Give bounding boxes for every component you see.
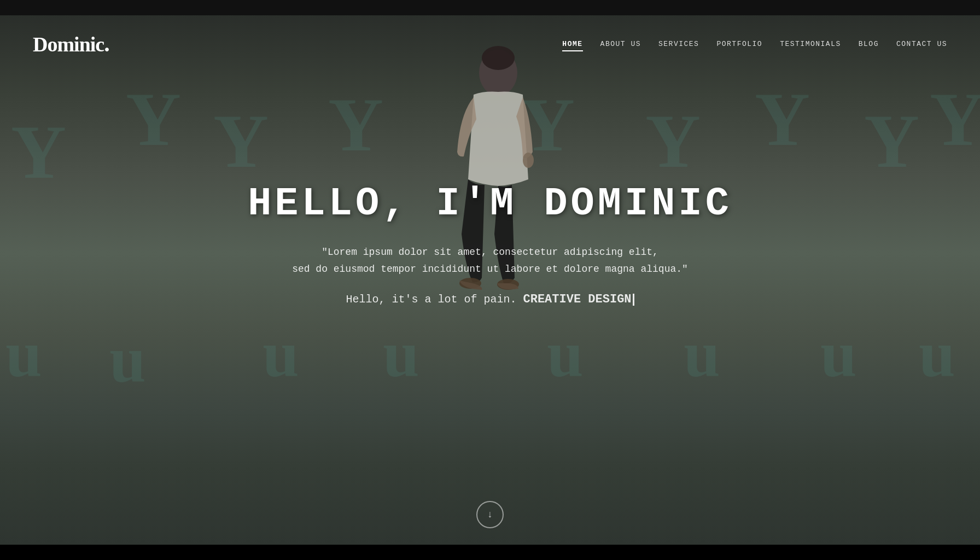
hero-tagline-prefix: Hello, it's a lot of pain.: [346, 293, 516, 306]
nav-link-contact[interactable]: CONTACT US: [896, 40, 947, 48]
scroll-circle[interactable]: ↓: [476, 501, 504, 528]
nav-item-services[interactable]: SERVICES: [658, 39, 699, 49]
logo[interactable]: Dominic.: [33, 31, 109, 57]
hero-quote-line1: "Lorem ipsum dolor sit amet, consectetur…: [322, 247, 658, 258]
nav-links: HOME ABOUT US SERVICES PORTFOLIO TESTIMO…: [562, 39, 947, 49]
hero-content: HELLO, I'M DOMINIC "Lorem ipsum dolor si…: [226, 182, 754, 306]
hero-title: HELLO, I'M DOMINIC: [248, 182, 732, 226]
nav-link-portfolio[interactable]: PORTFOLIO: [716, 40, 762, 48]
nav-item-contact[interactable]: CONTACT US: [896, 39, 947, 49]
hero-section: Y Y Y Y Y Y Y Y Y u u u u u u u u: [0, 15, 980, 545]
nav-link-testimonials[interactable]: TESTIMONIALS: [780, 40, 841, 48]
navbar: Dominic. HOME ABOUT US SERVICES PORTFOLI…: [0, 15, 980, 72]
hero-quote-line2: sed do eiusmod tempor incididunt ut labo…: [292, 264, 688, 275]
nav-link-services[interactable]: SERVICES: [658, 40, 699, 48]
nav-item-blog[interactable]: BLOG: [859, 39, 879, 49]
nav-link-home[interactable]: HOME: [562, 40, 582, 51]
nav-item-portfolio[interactable]: PORTFOLIO: [716, 39, 762, 49]
logo-dot: .: [104, 31, 109, 56]
hero-quote: "Lorem ipsum dolor sit amet, consectetur…: [248, 244, 732, 277]
nav-link-blog[interactable]: BLOG: [859, 40, 879, 48]
nav-item-about[interactable]: ABOUT US: [600, 39, 641, 49]
nav-item-testimonials[interactable]: TESTIMONIALS: [780, 39, 841, 49]
hero-tagline-highlight: CREATIVE DESIGN: [523, 293, 632, 306]
logo-text: Dominic: [33, 33, 104, 56]
nav-link-about[interactable]: ABOUT US: [600, 40, 641, 48]
svg-point-2: [523, 153, 534, 168]
top-bar: [0, 0, 980, 15]
scroll-arrow-icon: ↓: [487, 509, 493, 520]
cursor: [633, 294, 634, 306]
nav-item-home[interactable]: HOME: [562, 39, 582, 49]
scroll-indicator[interactable]: ↓: [476, 501, 504, 528]
hero-tagline: Hello, it's a lot of pain. CREATIVE DESI…: [248, 293, 732, 306]
